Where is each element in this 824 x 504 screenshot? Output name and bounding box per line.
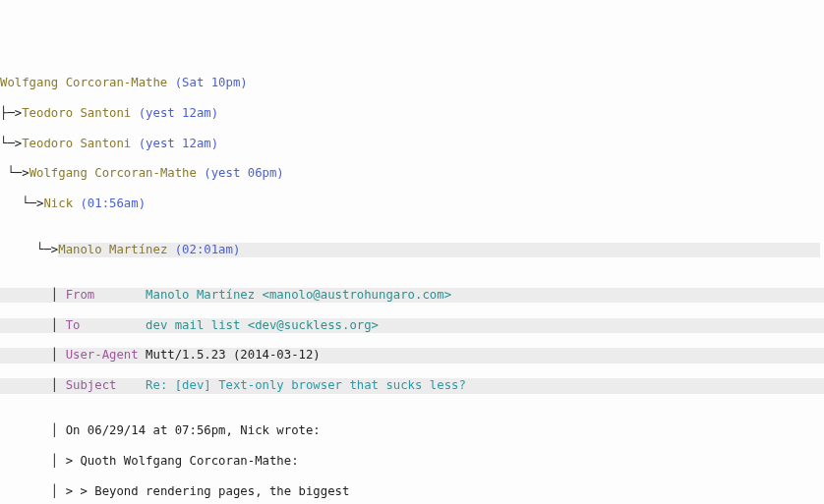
msg-time: (02:01am) [175,243,241,256]
sender-name: Wolfgang Corcoran-Mathe [29,166,197,180]
tree-prefix: └─> [0,137,22,150]
header-from: │ From Manolo Martínez <manolo@austrohun… [0,288,824,303]
sender-name: Wolfgang Corcoran-Mathe [0,76,167,89]
msg-time: (yest 12am) [139,137,218,150]
msg-time: (yest 06pm) [204,166,283,180]
tree-prefix: └─> [0,243,58,256]
tree-prefix: └─> [0,166,29,180]
thread-row[interactable]: └─>Wolfgang Corcoran-Mathe (yest 06pm) [0,166,824,181]
sender-name: Manolo Martínez [58,243,167,256]
tree-prefix: ├─> [0,106,22,120]
thread-row[interactable]: Wolfgang Corcoran-Mathe (Sat 10pm) [0,76,824,90]
thread-row[interactable]: ├─>Teodoro Santoni (yest 12am) [0,106,824,121]
thread-row[interactable]: └─>Nick (01:56am) [0,196,824,211]
tree-prefix: └─> [0,196,43,210]
sender-name: Nick [43,196,73,210]
sender-name: Teodoro Santoni [22,137,131,150]
msg-time: (Sat 10pm) [175,76,248,89]
body-line: │ > > Beyond rendering pages, the bigges… [0,484,824,499]
header-subject: │ Subject Re: [dev] Text-only browser th… [0,378,824,393]
sender-name: Teodoro Santoni [22,106,131,120]
body-line: │ On 06/29/14 at 07:56pm, Nick wrote: [0,423,824,438]
header-to: │ To dev mail list <dev@suckless.org> [0,318,824,333]
body-line: │ > Quoth Wolfgang Corcoran-Mathe: [0,454,824,469]
thread-row-selected[interactable]: └─>Manolo Martínez (02:01am) [0,243,824,257]
header-user-agent: │ User-Agent Mutt/1.5.23 (2014-03-12) [0,348,824,363]
thread-row[interactable]: └─>Teodoro Santoni (yest 12am) [0,137,824,151]
msg-time: (yest 12am) [139,106,218,120]
msg-time: (01:56am) [80,196,146,210]
